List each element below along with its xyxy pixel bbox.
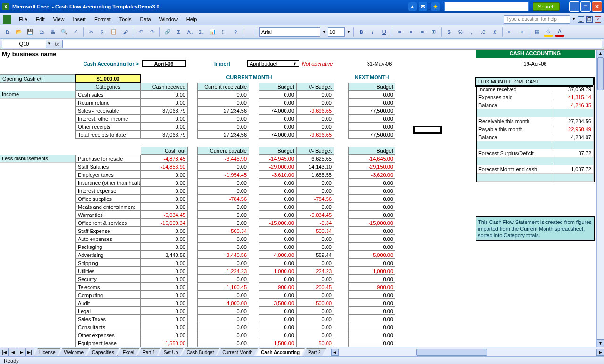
scroll-down-icon[interactable]: ▼ — [597, 339, 604, 347]
category-cell[interactable]: Total receipts to date — [76, 131, 141, 139]
data-cell[interactable]: 0.00 — [197, 243, 249, 251]
cut-icon[interactable]: ✂ — [86, 27, 96, 37]
data-cell[interactable]: -200.45 — [296, 283, 334, 291]
data-cell[interactable]: -15,000.00 — [348, 219, 395, 227]
data-cell[interactable]: 0.00 — [348, 339, 395, 347]
sort-desc-icon[interactable]: Z↓ — [197, 27, 206, 37]
category-cell[interactable]: Audit — [76, 299, 141, 307]
data-cell[interactable]: 0.00 — [259, 179, 296, 187]
doc-close[interactable]: × — [595, 16, 601, 23]
category-cell[interactable]: Meals and entertainment — [76, 203, 141, 211]
data-cell[interactable]: 0.00 — [348, 235, 395, 243]
menu-format[interactable]: Format — [91, 15, 115, 24]
category-cell[interactable]: Computing — [76, 291, 141, 299]
data-cell[interactable]: 0.00 — [197, 339, 249, 347]
data-cell[interactable]: 0.00 — [348, 123, 395, 131]
data-cell[interactable]: 0.00 — [259, 195, 296, 203]
tab-last-icon[interactable]: ▶| — [25, 348, 34, 356]
data-cell[interactable]: 559.44 — [296, 251, 334, 259]
data-cell[interactable]: 37,068.79 — [141, 107, 188, 115]
menu-data[interactable]: Data — [136, 15, 154, 24]
scroll-thumb[interactable] — [597, 57, 604, 90]
borders-icon[interactable]: ▦ — [532, 27, 542, 37]
data-cell[interactable]: 0.00 — [296, 203, 334, 211]
data-cell[interactable]: 0.00 — [296, 323, 334, 331]
increase-decimal-icon[interactable]: .0 — [478, 27, 488, 37]
data-cell[interactable]: 0.00 — [259, 227, 296, 235]
sheet-tab[interactable]: Current Month — [217, 348, 258, 356]
data-cell[interactable]: 74,000.00 — [259, 131, 296, 139]
data-cell[interactable]: 0.00 — [197, 323, 249, 331]
percent-icon[interactable]: % — [456, 27, 465, 37]
hscroll-right-icon[interactable]: ▶ — [596, 349, 604, 356]
font-size-selector[interactable] — [328, 27, 345, 37]
sheet-tab[interactable]: Excel — [117, 348, 139, 356]
data-cell[interactable]: 0.00 — [259, 291, 296, 299]
category-cell[interactable]: Utilities — [76, 267, 141, 275]
data-cell[interactable]: 0.00 — [197, 219, 249, 227]
sort-asc-icon[interactable]: A↓ — [185, 27, 195, 37]
data-cell[interactable]: 0.00 — [141, 331, 188, 339]
data-cell[interactable]: 0.00 — [259, 235, 296, 243]
data-cell[interactable]: 0.00 — [197, 123, 249, 131]
data-cell[interactable]: -1,500.00 — [259, 339, 296, 347]
data-cell[interactable]: 0.00 — [259, 187, 296, 195]
align-right-icon[interactable]: ≡ — [418, 27, 427, 37]
data-cell[interactable]: 0.00 — [348, 227, 395, 235]
data-cell[interactable]: 0.00 — [348, 195, 395, 203]
doc-restore[interactable]: ❐ — [586, 16, 593, 23]
sheet-tab[interactable]: Set Up — [159, 348, 184, 356]
data-cell[interactable]: 0.00 — [296, 331, 334, 339]
data-cell[interactable]: 0.00 — [141, 315, 188, 323]
data-cell[interactable]: -4,873.45 — [141, 155, 188, 163]
data-cell[interactable]: 0.00 — [296, 243, 334, 251]
category-cell[interactable]: Cash sales — [76, 91, 141, 99]
data-cell[interactable]: 0.00 — [296, 275, 334, 283]
data-cell[interactable]: 0.00 — [197, 203, 249, 211]
menu-file[interactable]: File — [15, 15, 31, 24]
category-cell[interactable]: Sales Taxes — [76, 315, 141, 323]
menu-view[interactable]: View — [50, 15, 68, 24]
sheet-tab[interactable]: Part 2 — [303, 348, 326, 356]
data-cell[interactable]: -15,000.00 — [259, 219, 296, 227]
data-cell[interactable]: -900.00 — [348, 283, 395, 291]
ext-icon-1[interactable]: ▲ — [408, 2, 417, 11]
active-cell[interactable] — [413, 126, 442, 134]
data-cell[interactable]: 0.00 — [141, 227, 188, 235]
category-cell[interactable]: Other expenses — [76, 331, 141, 339]
data-cell[interactable]: 0.00 — [197, 211, 249, 219]
sheet-tab[interactable]: Capacities — [87, 348, 119, 356]
data-cell[interactable]: 0.00 — [348, 203, 395, 211]
opening-cash-value[interactable]: $1,000.00 — [76, 74, 141, 83]
format-painter-icon[interactable]: 🖌 — [120, 27, 130, 37]
name-box[interactable] — [2, 40, 46, 48]
save-icon[interactable]: 💾 — [25, 27, 35, 37]
data-cell[interactable]: 0.00 — [197, 91, 249, 99]
data-cell[interactable]: 0.00 — [141, 171, 188, 179]
data-cell[interactable]: 14,143.10 — [296, 163, 334, 171]
data-cell[interactable]: 0.00 — [141, 203, 188, 211]
data-cell[interactable]: -3,445.90 — [197, 155, 249, 163]
help-question-input[interactable] — [504, 15, 570, 24]
category-cell[interactable]: Employer taxes — [76, 171, 141, 179]
data-cell[interactable]: 0.00 — [348, 243, 395, 251]
titlebar-search-input[interactable] — [444, 2, 529, 11]
category-cell[interactable]: Insurance (other than health) — [76, 179, 141, 187]
ext-icon-3[interactable]: ★ — [431, 2, 440, 11]
fx-icon[interactable]: fx — [55, 41, 59, 47]
data-cell[interactable]: 0.00 — [296, 259, 334, 267]
data-cell[interactable]: 0.00 — [197, 163, 249, 171]
app-icon[interactable] — [3, 15, 11, 24]
category-cell[interactable]: Equipment lease — [76, 339, 141, 347]
data-cell[interactable]: 0.00 — [197, 99, 249, 107]
data-cell[interactable]: -5,034.45 — [296, 211, 334, 219]
data-cell[interactable]: 0.00 — [348, 99, 395, 107]
category-cell[interactable]: Office rent & services — [76, 219, 141, 227]
close-button[interactable]: ✕ — [592, 1, 602, 12]
formula-bar[interactable] — [62, 40, 602, 48]
category-cell[interactable]: Interest expense — [76, 187, 141, 195]
data-cell[interactable]: 0.00 — [141, 323, 188, 331]
data-cell[interactable]: 0.00 — [259, 307, 296, 315]
bold-icon[interactable]: B — [357, 27, 366, 37]
data-cell[interactable]: -1,224.23 — [197, 267, 249, 275]
